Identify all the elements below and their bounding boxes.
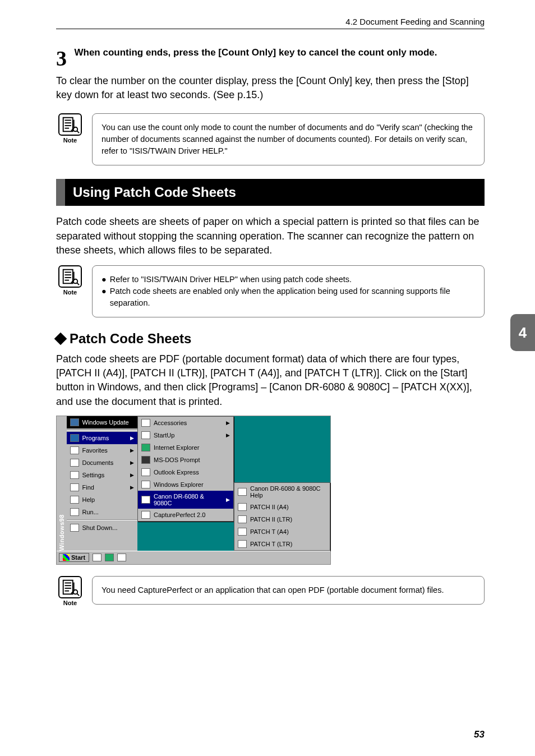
canon-patch2-ltr-label: PATCH II (LTR)	[250, 516, 292, 523]
chevron-right-icon: ▶	[130, 460, 134, 465]
submenu-accessories[interactable]: Accessories▶	[138, 417, 233, 429]
note-1-text: You can use the count only mode to count…	[92, 113, 485, 165]
tray-icon[interactable]	[105, 554, 114, 561]
svg-line-20	[77, 593, 79, 596]
canon-patcht-ltr[interactable]: PATCH T (LTR)	[234, 538, 330, 550]
outlook-icon	[141, 468, 150, 476]
bullet-dot: ●	[102, 285, 107, 309]
step-number: 3	[56, 46, 72, 71]
globe-icon	[70, 418, 79, 426]
run-icon	[70, 508, 79, 516]
canon-help[interactable]: Canon DR-6080 & 9080C Help	[234, 483, 330, 501]
tray-icon[interactable]	[117, 554, 126, 561]
pdf-icon	[238, 503, 247, 511]
menu-favorites-label: Favorites	[82, 447, 108, 454]
submenu-winexplorer[interactable]: Windows Explorer	[138, 478, 233, 491]
note-icon	[58, 265, 82, 288]
submenu-ie-label: Internet Explorer	[154, 444, 199, 451]
step-3-title: When counting ends, press the [Count Onl…	[74, 46, 483, 60]
menu-documents[interactable]: Documents▶	[67, 457, 137, 469]
folder-icon	[141, 431, 150, 439]
submenu-ie[interactable]: Internet Explorer	[138, 441, 233, 454]
programs-submenu[interactable]: Accessories▶ StartUp▶ Internet Explorer …	[137, 416, 234, 522]
svg-line-13	[77, 283, 79, 285]
note-icon	[58, 113, 82, 136]
section-heading: Using Patch Code Sheets	[56, 179, 485, 206]
menu-shutdown[interactable]: Shut Down...	[67, 522, 137, 534]
pdf-icon	[238, 540, 247, 548]
documents-icon	[70, 459, 79, 467]
chevron-right-icon: ▶	[130, 448, 134, 453]
menu-programs[interactable]: Programs▶	[67, 432, 137, 444]
explorer-icon	[141, 481, 150, 488]
subheading: Patch Code Sheets	[56, 331, 485, 347]
step-3: 3 When counting ends, press the [Count O…	[56, 46, 485, 102]
canon-patcht-ltr-label: PATCH T (LTR)	[250, 541, 292, 547]
header-breadcrumb: 4.2 Document Feeding and Scanning	[56, 17, 485, 29]
note-3: Note You need CapturePerfect or an appli…	[56, 576, 485, 606]
canon-patch2-a4-label: PATCH II (A4)	[250, 504, 289, 510]
menu-find[interactable]: Find▶	[67, 481, 137, 494]
menu-windows-update[interactable]: Windows Update	[67, 416, 137, 428]
app-icon	[141, 511, 150, 519]
submenu-winexplorer-label: Windows Explorer	[154, 481, 204, 488]
para-2: Patch code sheets are PDF (portable docu…	[56, 352, 485, 409]
menu-favorites[interactable]: Favorites▶	[67, 444, 137, 457]
page-number: 53	[474, 729, 485, 740]
help-file-icon	[238, 488, 247, 496]
note-1: Note You can use the count only mode to …	[56, 113, 485, 165]
tray-icon[interactable]	[93, 554, 102, 561]
folder-icon	[141, 419, 150, 427]
start-menu[interactable]: Windows Update Programs▶ Favorites▶ Docu…	[67, 416, 137, 551]
submenu-captureperfect[interactable]: CapturePerfect 2.0	[138, 509, 233, 521]
diamond-icon	[54, 333, 67, 345]
programs-icon	[70, 434, 79, 442]
bullet-dot: ●	[102, 274, 107, 285]
canon-patcht-a4[interactable]: PATCH T (A4)	[234, 525, 330, 538]
canon-help-label: Canon DR-6080 & 9080C Help	[250, 485, 326, 499]
submenu-startup[interactable]: StartUp▶	[138, 429, 233, 441]
msdos-icon	[141, 456, 150, 464]
submenu-msdos[interactable]: MS-DOS Prompt	[138, 454, 233, 466]
chevron-right-icon: ▶	[130, 472, 134, 478]
svg-rect-0	[63, 118, 73, 132]
folder-icon	[141, 496, 150, 504]
canon-submenu[interactable]: Canon DR-6080 & 9080C Help PATCH II (A4)…	[234, 482, 330, 551]
menu-run[interactable]: Run...	[67, 506, 137, 518]
start-button-label: Start	[71, 554, 85, 561]
windows-update-label: Windows Update	[82, 419, 129, 426]
note-2-bullet-1: Patch code sheets are enabled only when …	[110, 285, 475, 309]
chevron-right-icon: ▶	[226, 420, 230, 426]
chevron-right-icon: ▶	[130, 435, 134, 441]
note-2: Note ●Refer to "ISIS/TWAIN Driver HELP" …	[56, 265, 485, 317]
favorites-icon	[70, 446, 79, 454]
taskbar[interactable]: Start	[57, 551, 330, 564]
settings-icon	[70, 471, 79, 479]
canon-patch2-ltr[interactable]: PATCH II (LTR)	[234, 513, 330, 525]
menu-help[interactable]: Help	[67, 494, 137, 506]
start-button[interactable]: Start	[59, 553, 89, 562]
submenu-outlook[interactable]: Outlook Express	[138, 466, 233, 478]
chevron-right-icon: ▶	[130, 485, 134, 490]
submenu-outlook-label: Outlook Express	[154, 469, 199, 476]
note-1-label: Note	[56, 137, 84, 144]
pdf-icon	[238, 528, 247, 536]
help-icon	[70, 496, 79, 504]
submenu-captureperfect-label: CapturePerfect 2.0	[154, 511, 205, 518]
menu-settings[interactable]: Settings▶	[67, 469, 137, 481]
canon-patch2-a4[interactable]: PATCH II (A4)	[234, 501, 330, 513]
svg-point-5	[73, 127, 78, 132]
menu-documents-label: Documents	[82, 459, 114, 466]
svg-line-6	[77, 131, 79, 133]
menu-find-label: Find	[82, 484, 94, 491]
menu-run-label: Run...	[82, 509, 99, 515]
svg-rect-14	[63, 580, 73, 594]
submenu-accessories-label: Accessories	[154, 420, 187, 426]
note-3-label: Note	[56, 600, 84, 606]
chevron-right-icon: ▶	[226, 497, 230, 503]
svg-rect-7	[63, 270, 73, 284]
start-banner: Windows98	[57, 416, 67, 551]
submenu-canon[interactable]: Canon DR-6080 & 9080C▶	[138, 491, 233, 509]
ie-icon	[141, 444, 150, 451]
note-2-bullet-0: Refer to "ISIS/TWAIN Driver HELP" when u…	[110, 274, 352, 285]
